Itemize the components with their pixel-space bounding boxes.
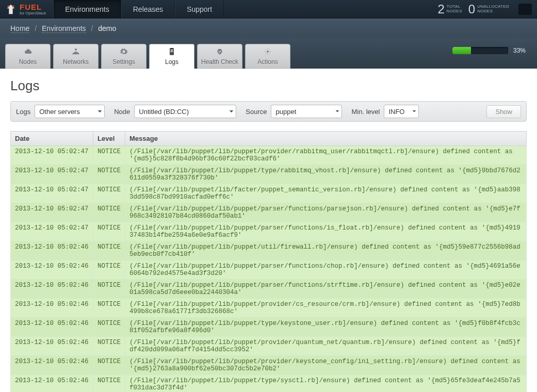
filter-node-select[interactable]: Untitled (BD:CC) xyxy=(134,105,236,118)
log-level: NOTICE xyxy=(93,356,125,375)
brand-name: FUEL xyxy=(20,3,46,11)
log-level: NOTICE xyxy=(93,375,125,393)
log-message: (/File[/var/lib/puppet/lib/puppet/provid… xyxy=(125,299,527,318)
subtab-settings[interactable]: Settings xyxy=(101,44,147,69)
log-level: NOTICE xyxy=(93,241,125,260)
col-level: Level xyxy=(93,132,125,146)
filter-level-select[interactable]: INFO xyxy=(384,105,419,118)
log-row: 2013-12-10 05:02:46NOTICE(/File[/var/lib… xyxy=(11,318,527,337)
node-stats: 2 TOTALNODES 0 UNALLOCATEDNODES xyxy=(437,0,537,18)
svg-rect-6 xyxy=(170,50,173,50)
svg-rect-8 xyxy=(170,52,173,52)
svg-rect-7 xyxy=(170,51,173,51)
breadcrumb-current: demo xyxy=(98,24,116,32)
filter-source-label: Source xyxy=(246,108,267,116)
logs-icon xyxy=(167,47,176,57)
logo[interactable]: FUEL for OpenStack xyxy=(0,0,53,18)
log-date: 2013-12-10 05:02:47 xyxy=(11,203,93,222)
filter-logs-select[interactable]: Other servers xyxy=(35,105,105,118)
svg-point-2 xyxy=(75,48,77,51)
log-level: NOTICE xyxy=(93,260,125,280)
networks-icon xyxy=(71,47,80,57)
svg-point-3 xyxy=(72,53,74,54)
log-message: (/File[/var/lib/puppet/lib/puppet/type/s… xyxy=(125,375,527,393)
svg-point-0 xyxy=(7,5,9,7)
content-panel: Logs Logs Other servers Node Untitled (B… xyxy=(0,69,537,392)
log-date: 2013-12-10 05:02:47 xyxy=(11,222,93,241)
show-button[interactable]: Show xyxy=(486,105,521,118)
log-date: 2013-12-10 05:02:47 xyxy=(11,184,93,203)
subtab-networks[interactable]: Networks xyxy=(53,44,99,69)
log-date: 2013-12-10 05:02:46 xyxy=(11,318,93,337)
page-title: Logs xyxy=(10,78,527,94)
svg-point-4 xyxy=(78,53,79,54)
log-level: NOTICE xyxy=(93,318,125,337)
nav-tabs: EnvironmentsReleasesSupport xyxy=(53,0,224,18)
subtabs: NodesNetworksSettingsLogsHealth CheckAct… xyxy=(5,44,290,69)
log-level: NOTICE xyxy=(93,222,125,241)
log-message: (/File[/var/lib/puppet/lib/facter/puppet… xyxy=(125,184,527,203)
stat-total-nodes[interactable]: 2 TOTALNODES xyxy=(437,2,462,17)
log-message: (/File[/var/lib/puppet/lib/puppet/provid… xyxy=(125,356,527,375)
brand-subtitle: for OpenStack xyxy=(20,11,46,15)
log-date: 2013-12-10 05:02:46 xyxy=(11,356,93,375)
log-row: 2013-12-10 05:02:46NOTICE(/File[/var/lib… xyxy=(11,260,527,280)
log-level: NOTICE xyxy=(93,146,125,165)
filter-node-label: Node xyxy=(114,108,130,116)
log-date: 2013-12-10 05:02:47 xyxy=(11,146,93,165)
nodes-icon xyxy=(23,47,32,57)
settings-icon xyxy=(119,47,128,57)
svg-rect-9 xyxy=(171,48,173,49)
log-level: NOTICE xyxy=(93,337,125,356)
col-date: Date xyxy=(11,132,93,146)
log-date: 2013-12-10 05:02:46 xyxy=(11,280,93,299)
svg-point-1 xyxy=(12,5,14,7)
log-row: 2013-12-10 05:02:46NOTICE(/File[/var/lib… xyxy=(11,375,527,393)
log-level: NOTICE xyxy=(93,299,125,318)
subtab-logs[interactable]: Logs xyxy=(149,44,194,69)
breadcrumb-environments[interactable]: Environments xyxy=(42,24,86,33)
filter-source-select[interactable]: puppet xyxy=(271,105,342,118)
col-message: Message xyxy=(125,132,527,146)
filter-logs-label: Logs xyxy=(16,108,30,116)
log-date: 2013-12-10 05:02:46 xyxy=(11,299,93,318)
log-date: 2013-12-10 05:02:47 xyxy=(11,165,93,184)
log-row: 2013-12-10 05:02:46NOTICE(/File[/var/lib… xyxy=(11,280,527,299)
log-date: 2013-12-10 05:02:46 xyxy=(11,241,93,260)
log-date: 2013-12-10 05:02:46 xyxy=(11,375,93,393)
log-message: (/File[/var/lib/puppet/lib/puppet/type/r… xyxy=(125,165,527,184)
subheader: NodesNetworksSettingsLogsHealth CheckAct… xyxy=(0,38,537,69)
progress-fill xyxy=(452,47,471,54)
subtab-actions[interactable]: Actions xyxy=(245,44,290,69)
log-row: 2013-12-10 05:02:46NOTICE(/File[/var/lib… xyxy=(11,337,527,356)
log-message: (/File[/var/lib/puppet/lib/puppet/provid… xyxy=(125,337,527,356)
log-message: (/File[/var/lib/puppet/lib/puppet/provid… xyxy=(125,146,527,165)
actions-icon xyxy=(263,47,272,57)
log-date: 2013-12-10 05:02:46 xyxy=(11,337,93,356)
nav-tab-releases[interactable]: Releases xyxy=(121,0,175,18)
log-row: 2013-12-10 05:02:46NOTICE(/File[/var/lib… xyxy=(11,356,527,375)
nav-tab-support[interactable]: Support xyxy=(175,0,224,18)
breadcrumb: Home / Environments / demo xyxy=(10,24,527,32)
log-level: NOTICE xyxy=(93,203,125,222)
filter-level-label: Min. level xyxy=(351,108,380,116)
log-row: 2013-12-10 05:02:47NOTICE(/File[/var/lib… xyxy=(11,203,527,222)
stat-unallocated-nodes[interactable]: 0 UNALLOCATEDNODES xyxy=(468,2,509,17)
progress-percent: 33% xyxy=(513,47,526,54)
breadcrumb-home[interactable]: Home xyxy=(10,24,29,33)
nav-tab-environments[interactable]: Environments xyxy=(53,0,121,18)
progress-bar xyxy=(452,47,508,54)
log-row: 2013-12-10 05:02:46NOTICE(/File[/var/lib… xyxy=(11,241,527,260)
log-message: (/File[/var/lib/puppet/lib/puppet/util/f… xyxy=(125,241,527,260)
deployment-progress: 33% xyxy=(452,44,532,54)
subtab-health-check[interactable]: Health Check xyxy=(197,44,242,69)
log-filter-bar: Logs Other servers Node Untitled (BD:CC)… xyxy=(10,101,527,122)
subtab-nodes[interactable]: Nodes xyxy=(5,44,51,69)
log-row: 2013-12-10 05:02:47NOTICE(/File[/var/lib… xyxy=(11,222,527,241)
log-date: 2013-12-10 05:02:46 xyxy=(11,260,93,280)
feedback-icon[interactable] xyxy=(518,4,532,15)
log-row: 2013-12-10 05:02:47NOTICE(/File[/var/lib… xyxy=(11,146,527,165)
svg-point-10 xyxy=(267,51,269,53)
log-message: (/File[/var/lib/puppet/lib/puppet/parser… xyxy=(125,203,527,222)
log-row: 2013-12-10 05:02:47NOTICE(/File[/var/lib… xyxy=(11,165,527,184)
